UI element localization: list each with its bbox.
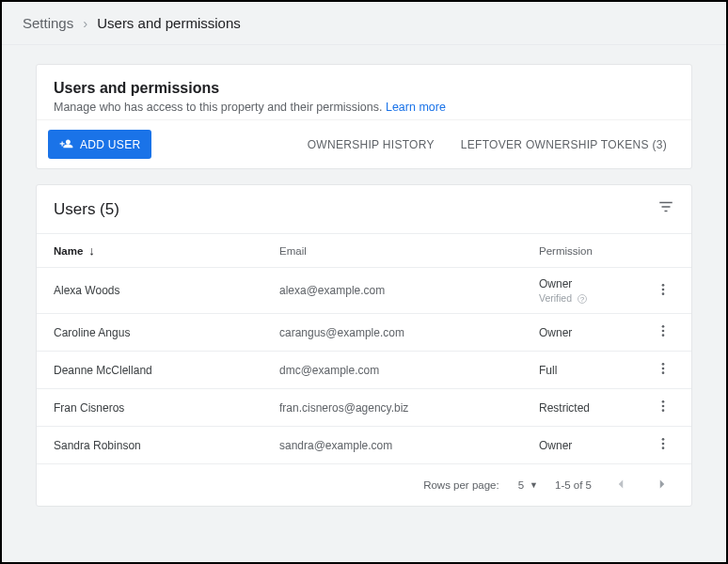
svg-point-3	[662, 325, 665, 328]
sort-desc-icon: ↓	[88, 243, 95, 258]
dropdown-caret-icon[interactable]: ▼	[530, 480, 538, 490]
toolbar: ADD USER OWNERSHIP HISTORY LEFTOVER OWNE…	[37, 119, 691, 168]
cell-email: fran.cisneros@agency.biz	[279, 401, 539, 415]
table-row: Alexa Woodsalexa@example.comOwnerVerifie…	[37, 267, 691, 313]
table-row: Sandra Robinsonsandra@example.comOwner	[37, 426, 691, 463]
cell-permission: Restricted	[539, 401, 652, 415]
help-icon[interactable]: ?	[578, 294, 587, 304]
permission-sub: Verified ?	[539, 292, 652, 304]
add-user-button[interactable]: ADD USER	[48, 130, 151, 159]
row-menu-button[interactable]	[652, 361, 674, 379]
svg-point-5	[662, 334, 665, 337]
svg-point-9	[662, 400, 665, 403]
chevron-right-icon: ›	[83, 15, 87, 31]
table-row: Fran Cisnerosfran.cisneros@agency.bizRes…	[37, 388, 691, 426]
svg-point-1	[662, 288, 665, 290]
cell-permission: Owner	[539, 326, 652, 339]
breadcrumb-current: Users and permissions	[97, 15, 241, 31]
cell-permission: Full	[539, 364, 652, 377]
cell-name: Caroline Angus	[54, 326, 279, 339]
svg-point-14	[662, 446, 665, 449]
users-card: Users (5) Name ↓ Email Permission Alexa …	[36, 184, 692, 507]
pagination: Rows per page: 5 ▼ 1-5 of 5	[37, 463, 691, 506]
filter-icon[interactable]	[657, 198, 674, 220]
table-row: Caroline Anguscarangus@example.comOwner	[37, 313, 691, 351]
cell-name: Deanne McClelland	[54, 364, 279, 377]
svg-point-6	[662, 363, 665, 366]
prev-page-button[interactable]	[609, 472, 633, 498]
svg-point-10	[662, 405, 665, 408]
col-header-permission[interactable]: Permission	[539, 245, 652, 257]
more-vert-icon	[656, 323, 671, 338]
page-subtitle: Manage who has access to this property a…	[54, 101, 674, 114]
svg-point-13	[662, 443, 665, 446]
cell-email: alexa@example.com	[279, 284, 539, 297]
users-section-title: Users (5)	[54, 200, 119, 219]
svg-point-12	[662, 438, 665, 441]
learn-more-link[interactable]: Learn more	[386, 101, 446, 114]
svg-point-8	[662, 371, 665, 374]
svg-point-4	[662, 330, 665, 333]
add-user-icon	[59, 137, 73, 151]
cell-email: dmc@example.com	[279, 364, 539, 377]
more-vert-icon	[656, 282, 671, 297]
row-menu-button[interactable]	[652, 282, 674, 300]
next-page-button[interactable]	[650, 472, 674, 498]
page-range: 1-5 of 5	[555, 479, 592, 491]
page-title: Users and permissions	[54, 80, 674, 97]
svg-point-2	[662, 292, 665, 295]
row-menu-button[interactable]	[652, 436, 674, 454]
breadcrumb: Settings › Users and permissions	[2, 2, 726, 45]
cell-name: Alexa Woods	[54, 284, 279, 297]
more-vert-icon	[656, 399, 671, 414]
cell-permission: OwnerVerified ?	[539, 277, 652, 304]
cell-permission: Owner	[539, 439, 652, 452]
col-header-email[interactable]: Email	[279, 245, 539, 257]
table-row: Deanne McClellanddmc@example.comFull	[37, 351, 691, 388]
heading-card: Users and permissions Manage who has acc…	[36, 64, 692, 169]
more-vert-icon	[656, 436, 671, 451]
rows-per-page-label: Rows per page:	[423, 479, 499, 491]
leftover-tokens-button[interactable]: LEFTOVER OWNERSHIP TOKENS (3)	[448, 138, 680, 151]
cell-name: Sandra Robinson	[54, 439, 279, 452]
svg-point-0	[662, 284, 665, 287]
more-vert-icon	[656, 361, 671, 376]
table-header: Name ↓ Email Permission	[37, 233, 691, 267]
cell-email: sandra@example.com	[279, 439, 539, 452]
breadcrumb-root[interactable]: Settings	[23, 15, 73, 31]
ownership-history-button[interactable]: OWNERSHIP HISTORY	[294, 138, 448, 151]
row-menu-button[interactable]	[652, 323, 674, 341]
rows-per-page-value[interactable]: 5	[518, 479, 524, 491]
cell-name: Fran Cisneros	[54, 401, 279, 415]
cell-email: carangus@example.com	[279, 326, 539, 339]
svg-point-7	[662, 368, 665, 370]
svg-point-11	[662, 409, 665, 412]
row-menu-button[interactable]	[652, 399, 674, 416]
col-header-name[interactable]: Name ↓	[54, 243, 279, 258]
